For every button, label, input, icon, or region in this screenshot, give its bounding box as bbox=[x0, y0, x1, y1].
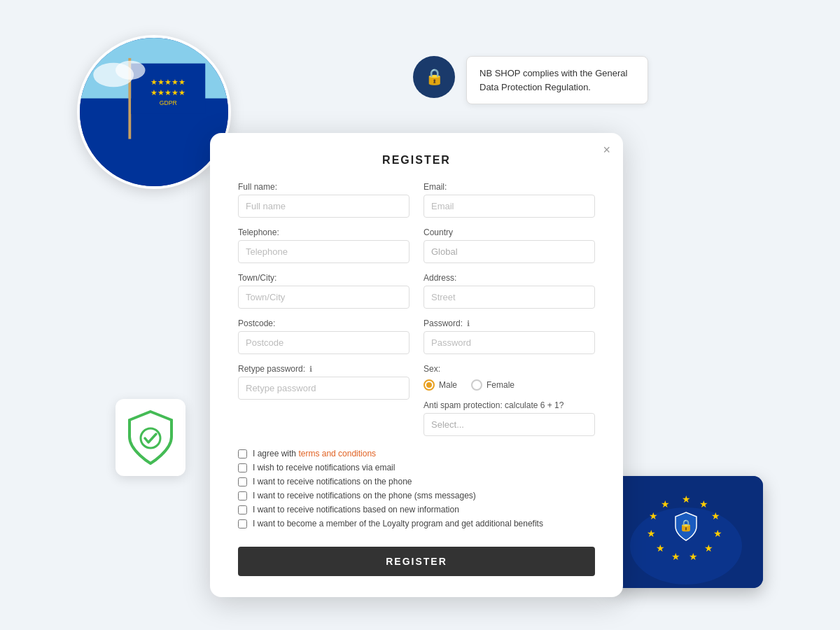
sex-female-option[interactable]: Female bbox=[471, 379, 514, 391]
lock-icon: 🔒 bbox=[425, 68, 444, 86]
full-name-label: Full name: bbox=[238, 182, 410, 192]
retype-password-label: Retype password: ℹ bbox=[238, 364, 410, 374]
register-button[interactable]: REGISTER bbox=[238, 547, 595, 576]
svg-text:★: ★ bbox=[682, 493, 691, 505]
town-label: Town/City: bbox=[238, 273, 410, 283]
email-input[interactable] bbox=[424, 195, 595, 218]
full-name-input[interactable] bbox=[238, 195, 410, 218]
sex-antispam-group: Sex: Male Female Anti spam protection: c… bbox=[424, 364, 595, 436]
email-label: Email: bbox=[424, 182, 595, 192]
shield-container bbox=[115, 399, 186, 476]
checkboxes-section: I agree with terms and conditions I wish… bbox=[238, 449, 595, 528]
svg-text:★★★★★: ★★★★★ bbox=[150, 78, 186, 86]
loyalty-label: I want to become a member of the Loyalty… bbox=[253, 519, 543, 528]
checkbox-email-notif: I wish to receive notifications via emai… bbox=[238, 463, 595, 472]
eu-card-svg: ★ ★ ★ ★ ★ ★ ★ ★ ★ ★ ★ 🔒 bbox=[609, 476, 763, 588]
postcode-input[interactable] bbox=[238, 331, 410, 354]
svg-text:★: ★ bbox=[713, 528, 722, 539]
modal-close-button[interactable]: × bbox=[603, 143, 610, 158]
terms-label: I agree with terms and conditions bbox=[253, 449, 376, 458]
sex-options: Male Female bbox=[424, 379, 595, 391]
retype-password-group: Retype password: ℹ bbox=[238, 364, 410, 436]
checkbox-new-info: I want to receive notifications based on… bbox=[238, 505, 595, 514]
svg-text:★: ★ bbox=[649, 510, 658, 522]
sms-notif-label: I want to receive notifications on the p… bbox=[253, 491, 476, 500]
telephone-group: Telephone: bbox=[238, 227, 410, 263]
phone-notif-checkbox[interactable] bbox=[238, 477, 247, 486]
male-radio[interactable] bbox=[424, 379, 435, 391]
svg-text:★: ★ bbox=[661, 498, 670, 510]
svg-text:★: ★ bbox=[711, 510, 720, 522]
retype-info-icon: ℹ bbox=[309, 365, 312, 373]
sex-female-label: Female bbox=[486, 380, 514, 390]
password-info-icon: ℹ bbox=[467, 319, 470, 328]
svg-point-8 bbox=[115, 61, 145, 80]
svg-text:🔒: 🔒 bbox=[679, 519, 693, 532]
country-input[interactable] bbox=[424, 240, 595, 263]
town-input[interactable] bbox=[238, 286, 410, 309]
antispam-label: Anti spam protection: calculate 6 + 1? bbox=[424, 400, 595, 410]
shield-icon bbox=[127, 410, 174, 465]
eu-gdpr-card: ★ ★ ★ ★ ★ ★ ★ ★ ★ ★ ★ 🔒 bbox=[609, 476, 763, 588]
postcode-label: Postcode: bbox=[238, 318, 410, 328]
checkbox-terms: I agree with terms and conditions bbox=[238, 449, 595, 458]
svg-text:★: ★ bbox=[671, 551, 680, 562]
svg-text:★★★★★: ★★★★★ bbox=[150, 88, 186, 97]
sex-male-label: Male bbox=[439, 380, 457, 390]
password-input[interactable] bbox=[424, 331, 595, 354]
registration-form: Full name: Email: Telephone: Country Tow… bbox=[238, 182, 595, 436]
password-group: Password: ℹ bbox=[424, 318, 595, 354]
street-input[interactable] bbox=[424, 286, 595, 309]
retype-password-input[interactable] bbox=[238, 377, 410, 400]
terms-link[interactable]: terms and conditions bbox=[298, 449, 376, 458]
svg-text:★: ★ bbox=[656, 542, 665, 554]
password-label: Password: ℹ bbox=[424, 318, 595, 328]
svg-text:★: ★ bbox=[647, 528, 656, 539]
checkbox-loyalty: I want to become a member of the Loyalty… bbox=[238, 519, 595, 528]
email-notif-checkbox[interactable] bbox=[238, 463, 247, 472]
checkbox-phone-notif: I want to receive notifications on the p… bbox=[238, 477, 595, 486]
country-group: Country bbox=[424, 227, 595, 263]
lock-icon-circle: 🔒 bbox=[413, 56, 455, 98]
female-radio[interactable] bbox=[471, 379, 482, 391]
new-info-checkbox[interactable] bbox=[238, 505, 247, 514]
checkbox-sms-notif: I want to receive notifications on the p… bbox=[238, 491, 595, 500]
terms-checkbox[interactable] bbox=[238, 449, 247, 458]
telephone-input[interactable] bbox=[238, 240, 410, 263]
gdpr-compliance-bubble: 🔒 NB SHOP complies with the General Data… bbox=[413, 56, 648, 104]
country-label: Country bbox=[424, 227, 595, 237]
modal-title: REGISTER bbox=[238, 154, 595, 167]
postcode-group: Postcode: bbox=[238, 318, 410, 354]
antispam-select[interactable]: Select... 7 8 bbox=[424, 413, 595, 436]
new-info-label: I want to receive notifications based on… bbox=[253, 505, 459, 514]
svg-point-9 bbox=[141, 428, 160, 448]
town-group: Town/City: bbox=[238, 273, 410, 309]
sex-male-option[interactable]: Male bbox=[424, 379, 457, 391]
gdpr-flag-circle: ★★★★★ ★★★★★ GDPR bbox=[77, 35, 231, 189]
svg-text:★: ★ bbox=[704, 542, 713, 554]
sex-label: Sex: bbox=[424, 364, 595, 374]
email-group: Email: bbox=[424, 182, 595, 218]
full-name-group: Full name: bbox=[238, 182, 410, 218]
register-modal: × REGISTER Full name: Email: Telephone: … bbox=[210, 133, 623, 597]
phone-notif-label: I want to receive notifications on the p… bbox=[253, 477, 412, 486]
email-notif-label: I wish to receive notifications via emai… bbox=[253, 463, 395, 472]
gdpr-text-box: NB SHOP complies with the General Data P… bbox=[466, 56, 648, 104]
shield-icon-box bbox=[115, 399, 186, 476]
address-label: Address: bbox=[424, 273, 595, 283]
sms-notif-checkbox[interactable] bbox=[238, 491, 247, 500]
address-group: Address: bbox=[424, 273, 595, 309]
loyalty-checkbox[interactable] bbox=[238, 519, 247, 528]
telephone-label: Telephone: bbox=[238, 227, 410, 237]
svg-text:★: ★ bbox=[689, 551, 698, 562]
svg-text:★: ★ bbox=[699, 498, 708, 510]
svg-text:GDPR: GDPR bbox=[160, 99, 177, 106]
gdpr-compliance-text: NB SHOP complies with the General Data P… bbox=[479, 68, 627, 92]
